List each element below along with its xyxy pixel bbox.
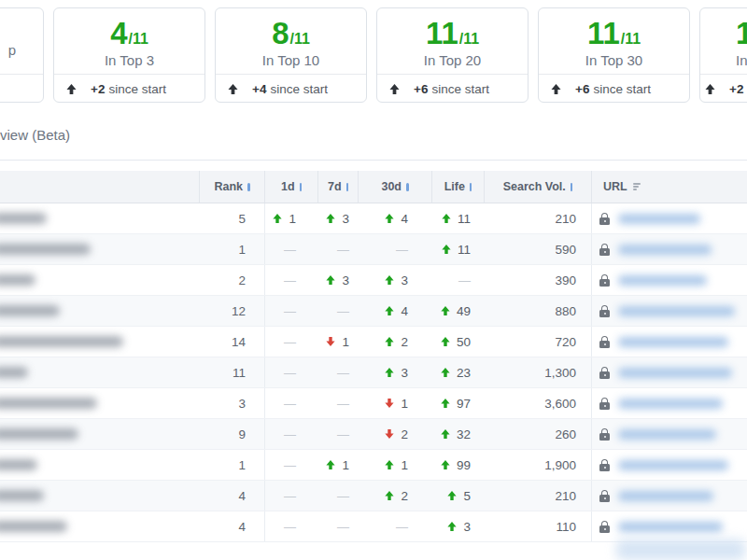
lock-icon <box>599 521 610 533</box>
search-volume-cell: 390 <box>484 265 591 295</box>
search-volume-cell: 880 <box>484 296 591 326</box>
change-life-cell: 11 <box>431 234 484 264</box>
header-7d[interactable]: 7d <box>317 171 358 203</box>
rank-cell: 3 <box>199 388 264 418</box>
lock-icon <box>599 305 610 317</box>
keywords-table: Rank 1d 7d 30d Life Search Vol. <box>0 171 747 542</box>
change-1d-cell: — <box>264 327 317 357</box>
redacted-url-link[interactable] <box>618 368 732 378</box>
rank-cell: 1 <box>199 234 264 264</box>
redacted-url-link[interactable] <box>618 275 707 286</box>
table-row[interactable]: 1 — — — 11 590 <box>0 234 747 265</box>
url-cell[interactable] <box>591 450 747 480</box>
keyword-cell[interactable] <box>0 296 199 326</box>
stat-card-in-top-3[interactable]: 4 /11 In Top 3 +2 since start <box>53 7 205 103</box>
redacted-url-link[interactable] <box>618 460 728 470</box>
url-cell[interactable] <box>591 511 747 541</box>
change-7d-cell: — <box>317 481 358 511</box>
url-cell[interactable] <box>591 327 747 357</box>
redacted-url-link[interactable] <box>618 337 728 347</box>
change-7d-cell: — <box>317 234 358 264</box>
stat-card-in-top-20[interactable]: 11 /11 In Top 20 +6 since start <box>376 7 529 103</box>
header-url[interactable]: URL <box>591 171 747 203</box>
change-life-cell: — <box>431 265 484 295</box>
change-7d-cell: 1 <box>317 327 358 357</box>
table-row[interactable]: 4 — — 2 5 210 <box>0 481 747 511</box>
up-arrow-icon <box>441 337 450 346</box>
url-cell[interactable] <box>591 265 747 295</box>
change-life-cell: 5 <box>431 481 484 511</box>
header-life[interactable]: Life <box>431 171 484 203</box>
keyword-cell[interactable] <box>0 203 199 233</box>
redacted-url-link[interactable] <box>618 522 723 532</box>
card-label: In Top 10 <box>262 52 319 68</box>
header-search-vol[interactable]: Search Vol. <box>484 171 591 203</box>
table-row[interactable]: 5 1 3 4 11 210 <box>0 203 747 234</box>
change-30d-cell: 2 <box>358 327 431 357</box>
up-arrow-icon <box>66 84 77 94</box>
keyword-cell[interactable] <box>0 327 199 357</box>
redacted-keyword <box>0 305 60 316</box>
stat-card-partial-right[interactable]: 11 /11 In Top 100 +2 since start <box>699 7 747 103</box>
keyword-cell[interactable] <box>0 234 199 264</box>
keyword-cell[interactable] <box>0 265 199 295</box>
table-row[interactable]: 11 — — 3 23 1,300 <box>0 357 747 388</box>
header-rank[interactable]: Rank <box>199 171 264 203</box>
url-cell[interactable] <box>591 203 747 233</box>
keyword-cell[interactable] <box>0 357 199 387</box>
redacted-url-link[interactable] <box>618 214 700 224</box>
url-cell[interactable] <box>591 388 747 418</box>
keyword-cell[interactable] <box>0 419 199 449</box>
redacted-keyword <box>0 213 47 224</box>
keyword-cell[interactable] <box>0 388 199 418</box>
table-row[interactable]: 12 — — 4 49 880 <box>0 296 747 327</box>
redacted-url-link[interactable] <box>618 245 712 255</box>
card-label: In Top 3 <box>105 52 154 68</box>
url-cell[interactable] <box>591 234 747 264</box>
rank-cell: 9 <box>199 419 264 449</box>
header-1d[interactable]: 1d <box>264 171 317 203</box>
search-volume-cell: 590 <box>484 234 591 264</box>
redacted-url-link[interactable] <box>618 306 735 316</box>
card-value: 8 /11 <box>272 18 310 49</box>
keyword-cell[interactable] <box>0 450 199 480</box>
keyword-cell[interactable] <box>0 481 199 511</box>
url-cell[interactable] <box>591 296 747 326</box>
card-footer: +2 since start <box>54 74 204 103</box>
table-row[interactable]: 9 — — 2 32 260 <box>0 419 747 450</box>
stat-card-partial-left[interactable]: p <box>0 7 44 103</box>
table-row[interactable]: 3 — — 1 97 3,600 <box>0 388 747 419</box>
redacted-url-link[interactable] <box>618 491 713 501</box>
stat-card-in-top-30[interactable]: 11 /11 In Top 30 +6 since start <box>538 7 690 103</box>
sort-icon <box>571 183 573 191</box>
redacted-url-link[interactable] <box>618 429 716 440</box>
keyword-cell[interactable] <box>0 511 199 541</box>
rank-cell: 12 <box>199 296 264 326</box>
change-1d-cell: — <box>264 234 317 264</box>
divider <box>0 160 747 161</box>
table-row[interactable]: 4 — — — 3 110 <box>0 511 747 542</box>
change-7d-cell: 1 <box>317 450 358 480</box>
change-life-cell: 11 <box>431 203 484 233</box>
header-30d[interactable]: 30d <box>358 171 431 203</box>
url-cell[interactable] <box>591 357 747 387</box>
redacted-blur-region <box>616 539 745 560</box>
up-arrow-icon <box>385 275 394 285</box>
card-footer: +2 since start <box>700 74 747 103</box>
redacted-url-link[interactable] <box>618 399 723 409</box>
url-cell[interactable] <box>591 481 747 511</box>
search-volume-cell: 1,300 <box>484 357 591 387</box>
rank-cell: 4 <box>199 511 264 541</box>
stat-card-in-top-10[interactable]: 8 /11 In Top 10 +4 since start <box>215 7 367 103</box>
search-volume-cell: 720 <box>484 327 591 357</box>
up-arrow-icon <box>441 460 450 469</box>
page-title: view (Beta) <box>0 127 70 143</box>
table-row[interactable]: 14 — 1 2 50 720 <box>0 327 747 357</box>
up-arrow-icon <box>442 214 451 223</box>
sort-icon <box>470 183 472 191</box>
table-row[interactable]: 1 — 1 1 99 1,900 <box>0 450 747 481</box>
table-row[interactable]: 2 — 3 3 — 390 <box>0 265 747 296</box>
down-arrow-icon <box>326 337 335 346</box>
up-arrow-icon <box>385 214 394 223</box>
url-cell[interactable] <box>591 419 747 449</box>
